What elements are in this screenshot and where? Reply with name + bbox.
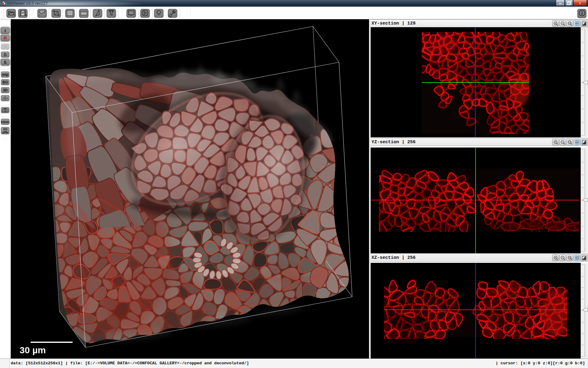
svg-text:30 µm: 30 µm xyxy=(20,345,46,355)
svg-text:x: x xyxy=(579,0,581,5)
